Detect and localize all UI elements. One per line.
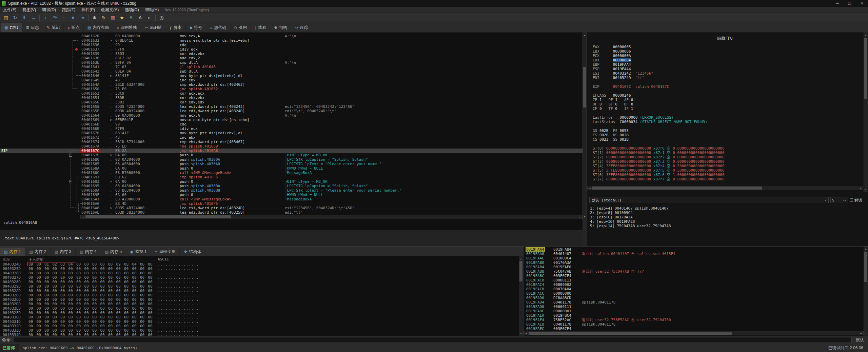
registers-hscrollbar[interactable]: ◄ ► xyxy=(587,186,863,190)
stack-row[interactable]: 0019FAE00019FBC4 xyxy=(524,313,868,318)
scroll-up-arrow[interactable]: ▲ xyxy=(583,33,587,37)
register-row[interactable]: ES 002B DS 002B xyxy=(593,133,725,137)
disasm-row[interactable]: 004016A1.E8 A2000000call <JMP.&MessageBo… xyxy=(0,197,583,201)
disasm-row[interactable]: 0040169F.6A 00push 0│HWND hWnd = NULL xyxy=(0,193,583,197)
stack-row[interactable]: 0019FAAC001009C4 xyxy=(524,256,868,260)
disasm-row[interactable]: 00401658.8D35 42324000lea esi,dword ptr … xyxy=(0,104,583,109)
disasm-row[interactable]: −0040167E>6A 00push 0┌UINT uType = MB_OK xyxy=(0,153,583,157)
dump-row[interactable]: 0040331D00000000000000000000000000000000… xyxy=(0,319,518,324)
register-row[interactable]: EIP 0040167C splish.0040167C xyxy=(593,84,725,89)
tab-log[interactable]: ≣日志 xyxy=(22,23,43,32)
argument-row[interactable]: 5: [esp+14] 75C047AB user32.75C047AB xyxy=(590,224,864,228)
scroll-down-arrow[interactable]: ▼ xyxy=(519,331,523,336)
tab-struct[interactable]: ❖结构体 xyxy=(180,248,205,256)
dump-row[interactable]: 0040328D00000000000000000000000000000000… xyxy=(0,280,518,284)
tab-memory-map[interactable]: ▤内存布局 xyxy=(84,23,113,32)
step-over-icon[interactable]: ↷ xyxy=(50,14,59,22)
favourites-star-icon[interactable]: ★ xyxy=(117,14,126,22)
dump-row[interactable]: 0040333D00000000000000000000000000000000… xyxy=(0,328,518,333)
tab-dump-1[interactable]: ▤内存 1 xyxy=(0,248,25,256)
tab-handles[interactable]: ⊕句柄 xyxy=(270,23,291,32)
register-row[interactable] xyxy=(593,89,725,93)
disasm-row[interactable]: 0040164A.3B1D 63344000cmp ebx,dword ptr … xyxy=(0,82,583,87)
stack-row[interactable]: 0019FADC00000001 xyxy=(524,309,868,313)
disasm-row[interactable]: 0040166E.F7F9idiv ecx xyxy=(0,126,583,131)
disasm-row[interactable]: 00401639.33D3xor edx,ebx xyxy=(0,52,583,56)
stack-row[interactable]: 0019FAC000000111 xyxy=(524,278,868,282)
disasm-row[interactable]: −00401693>6A 00push 0┌UINT uType = MB_OK xyxy=(0,179,583,184)
tab-dump-5[interactable]: ▤内存 5 xyxy=(101,248,126,256)
dump-row[interactable]: 0040330D00000000000000000000000000000000… xyxy=(0,315,518,319)
disasm-row[interactable]: 00401680.68 0A304000push splish.40300A│L… xyxy=(0,157,583,162)
scroll-down-arrow[interactable]: ▼ xyxy=(864,187,868,192)
restart-icon[interactable]: ↻ xyxy=(11,14,20,22)
register-row[interactable]: EDX 00000004 xyxy=(593,58,725,62)
dump-vscrollbar[interactable]: ▲ ▼ xyxy=(519,256,523,336)
disasm-vscrollbar[interactable]: ▲ ▼ xyxy=(583,33,587,219)
dump-row[interactable]: 004032CD00000000000000000000000000000000… xyxy=(0,297,518,302)
maximize-button[interactable]: ❐ xyxy=(844,0,856,7)
dump-row[interactable]: 004032BD00000000000000000000000000000000… xyxy=(0,293,518,297)
disasm-row[interactable]: EIP0040167CEB 2Ajmp splish.4016A8 xyxy=(0,149,583,153)
tab-cpu[interactable]: ▦CPU xyxy=(1,23,22,32)
disasm-row[interactable]: 0040168A.6A 00push 0│HWND hWnd = NULL xyxy=(0,166,583,171)
dump-row[interactable]: 004032FD00000000000000000000000000000000… xyxy=(0,311,518,315)
scroll-thumb[interactable] xyxy=(592,187,762,190)
disasm-row[interactable]: 00401636.99cdq xyxy=(0,43,583,47)
argument-row[interactable]: 3: [esp+C] 00170A3A xyxy=(590,215,864,219)
disasm-row[interactable]: 00401656.33D2xor edx,edx xyxy=(0,100,583,104)
tab-dump-2[interactable]: ▤内存 2 xyxy=(25,248,50,256)
stack-row[interactable]: 0019FAB000170A3A xyxy=(524,260,868,265)
scroll-up-arrow[interactable]: ▲ xyxy=(519,256,523,261)
tab-dump-3[interactable]: ▤内存 3 xyxy=(51,248,76,256)
menu-item[interactable]: 收藏夹(A) xyxy=(98,7,122,13)
scroll-left-arrow[interactable]: ◄ xyxy=(588,186,592,191)
calculator-icon[interactable]: $ xyxy=(126,14,136,22)
menu-item[interactable]: 文件(F) xyxy=(0,7,19,13)
disasm-row[interactable]: 004016A8>8D35 4D324000lea esi,dword ptr … xyxy=(0,206,583,210)
disasm-row[interactable]: 0040166D.99cdq xyxy=(0,122,583,126)
disasm-row[interactable]: 00401643.80EA 0Asub dl,A xyxy=(0,69,583,74)
register-row[interactable]: CF 0 TF 0 IF 1 xyxy=(593,106,725,111)
disasm-row[interactable]: 00401641.7C 03jl splish.401646 xyxy=(0,65,583,69)
disasm-row[interactable]: 00401664.B9 0A000000mov ecx,AA:'\n' xyxy=(0,113,583,118)
close-button[interactable]: ✕ xyxy=(856,0,868,7)
tab-script[interactable]: ƒ脚本 xyxy=(166,23,186,32)
disasm-row[interactable]: 00401685.68 A0304000push splish.4030A0│L… xyxy=(0,162,583,166)
disasm-row[interactable]: 0040168C.E8 B7000000call <JMP.&MessageBo… xyxy=(0,171,583,175)
menu-item[interactable]: 视图(V) xyxy=(19,7,39,13)
register-row[interactable]: EFLAGS 00000246 xyxy=(593,93,725,98)
tab-notes[interactable]: ✎笔记 xyxy=(43,23,64,32)
register-row[interactable]: CS 0023 SS 002B xyxy=(593,137,725,142)
register-row[interactable]: EBP 0019FAA4 xyxy=(593,62,725,67)
tab-dump-4[interactable]: ▤内存 4 xyxy=(76,248,101,256)
register-row[interactable]: OF 0 SF 0 DF 0 xyxy=(593,102,725,106)
step-into-icon[interactable]: ↓ xyxy=(41,14,50,22)
register-row[interactable]: ST(5) 3FFE8000000000000000 x87r5 空 0.500… xyxy=(593,168,725,173)
settings-gear-icon[interactable]: ✱ xyxy=(90,14,99,22)
disasm-row[interactable]: 0040165E.8D3D 4D324000lea edi,dword ptr … xyxy=(0,109,583,113)
disasm-row[interactable]: 00401646>88141Fmov byte ptr ds:[edi+ebx]… xyxy=(0,74,583,78)
pause-icon[interactable]: ‖ xyxy=(20,14,29,22)
disasm-row[interactable]: 0040163B.83C2 02add edx,2 xyxy=(0,56,583,60)
register-row[interactable] xyxy=(593,142,725,146)
register-row[interactable]: LastStatus C0000034 (STATUS_OBJECT_NAME_… xyxy=(593,120,725,124)
dump-row[interactable]: 004032AD00000000000000000000000000000000… xyxy=(0,289,518,293)
stack-row[interactable]: 0019FAD800000111 xyxy=(524,305,868,309)
stack-row[interactable]: 0019FABC003F07F4 xyxy=(524,274,868,278)
command-input[interactable] xyxy=(14,337,852,343)
stack-row[interactable]: 0019FAC400000002 xyxy=(524,282,868,287)
dump-row[interactable]: 0040329D00000000000000000000000000000000… xyxy=(0,284,518,289)
register-row[interactable] xyxy=(593,111,725,115)
tab-seh[interactable]: ∾SEH链 xyxy=(141,23,166,32)
hide-fpu-toggle[interactable]: 隐藏FPU xyxy=(587,36,863,41)
tab-references[interactable]: ◇引用 xyxy=(231,23,251,32)
argument-row[interactable]: 2: [esp+8] 001009C4 xyxy=(590,211,864,215)
menu-item[interactable]: 选项(O) xyxy=(122,7,142,13)
disasm-row[interactable]: 00401691.EB 62jmp splish.4016F5 xyxy=(0,175,583,179)
stack-row[interactable]: 0019FAC800070A0A xyxy=(524,287,868,291)
scroll-right-arrow[interactable]: ► xyxy=(859,186,863,191)
tab-locals[interactable]: ≡局部变量 xyxy=(151,248,180,256)
dump-row[interactable]: 0040326D00000000000000000000000000000000… xyxy=(0,271,518,275)
register-row[interactable]: ST(0) 00000000000000000000 x87r0 空 0.000… xyxy=(593,146,725,151)
